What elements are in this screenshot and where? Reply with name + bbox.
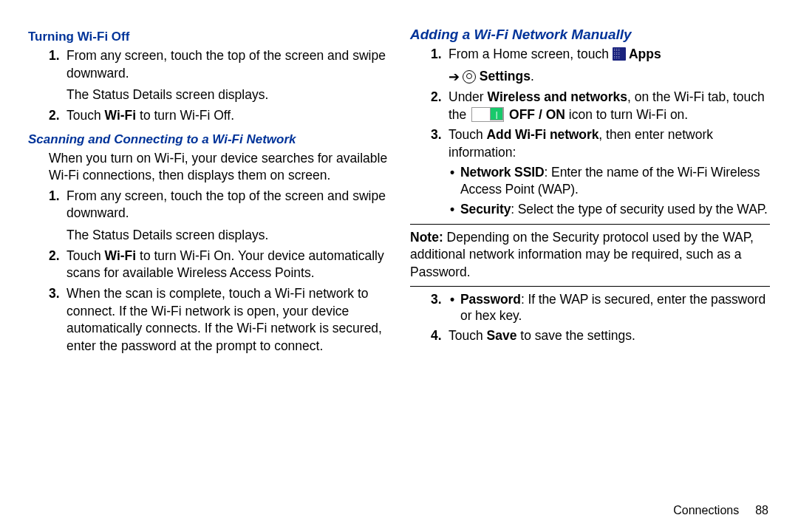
off-on-label: OFF / ON [505, 107, 565, 122]
wifi-label: Wi-Fi [105, 248, 137, 263]
ssid-label: Network SSID [460, 165, 545, 180]
list-item: Touch Save to save the settings. [449, 327, 770, 345]
list-item: From any screen, touch the top of the sc… [66, 188, 388, 245]
save-label: Save [487, 328, 517, 343]
apps-label: Apps [626, 47, 661, 61]
period: . [531, 69, 534, 83]
step-text: icon to turn Wi-Fi on. [565, 107, 688, 122]
steps-turning-off: From any screen, touch the top of the sc… [28, 47, 388, 125]
password-label: Password [460, 292, 521, 307]
note-label: Note: [410, 230, 443, 245]
step-text: From any screen, touch the top of the sc… [66, 48, 386, 81]
step-subline: ➔ Settings. [449, 68, 770, 86]
arrow-icon: ➔ [449, 68, 460, 86]
note-text: Depending on the Security protocol used … [410, 230, 754, 279]
page-columns: Turning Wi-Fi Off From any screen, touch… [28, 27, 770, 501]
list-item: When the scan is complete, touch a Wi-Fi… [66, 285, 388, 355]
step-text: Under [449, 89, 488, 104]
step-text: to save the settings. [516, 328, 635, 343]
toggle-icon [471, 107, 504, 122]
step-subtext: The Status Details screen displays. [66, 227, 388, 245]
list-item: From a Home screen, touch Apps ➔ Setting… [449, 46, 770, 86]
left-column: Turning Wi-Fi Off From any screen, touch… [28, 27, 388, 501]
steps-adding-4: Touch Save to save the settings. [410, 327, 770, 345]
settings-label: Settings [476, 69, 531, 83]
bullet-text: : Select the type of security used by th… [511, 202, 768, 216]
list-item: From any screen, touch the top of the sc… [66, 47, 388, 104]
add-wifi-label: Add Wi-Fi network [487, 127, 599, 142]
heading-adding-manually: Adding a Wi-Fi Network Manually [410, 27, 770, 43]
right-column: Adding a Wi-Fi Network Manually From a H… [410, 27, 770, 501]
step-text: Touch [449, 328, 487, 343]
heading-turning-wifi-off: Turning Wi-Fi Off [28, 30, 388, 44]
list-item-continuation: Password: If the WAP is secured, enter t… [449, 291, 770, 325]
step-text: Touch [449, 127, 487, 142]
step-text: From a Home screen, touch [449, 47, 613, 61]
steps-adding-cont: Password: If the WAP is secured, enter t… [410, 291, 770, 325]
bullet-list: Password: If the WAP is secured, enter t… [449, 291, 770, 325]
list-item: Network SSID: Enter the name of the Wi-F… [460, 164, 770, 198]
apps-icon [613, 47, 626, 61]
list-item: Touch Wi-Fi to turn Wi-Fi On. Your devic… [66, 248, 388, 282]
intro-paragraph: When you turn on Wi-Fi, your device sear… [49, 150, 388, 185]
note-block: Note: Depending on the Security protocol… [410, 224, 770, 287]
step-text: From any screen, touch the top of the sc… [66, 188, 386, 221]
heading-scanning: Scanning and Connecting to a Wi-Fi Netwo… [28, 132, 388, 147]
bullet-list: Network SSID: Enter the name of the Wi-F… [449, 164, 770, 217]
steps-adding: From a Home screen, touch Apps ➔ Setting… [410, 46, 770, 218]
list-item: Touch Wi-Fi to turn Wi-Fi Off. [66, 107, 388, 125]
security-label: Security [460, 202, 511, 216]
footer-page-number: 88 [755, 504, 768, 516]
step-text: Touch [66, 108, 105, 123]
step-text: to turn Wi-Fi Off. [136, 108, 234, 123]
list-item: Touch Add Wi-Fi network, then enter netw… [449, 126, 770, 218]
settings-icon [463, 70, 476, 83]
wireless-label: Wireless and networks [488, 89, 628, 104]
list-item: Under Wireless and networks, on the Wi-F… [449, 89, 770, 123]
wifi-label: Wi-Fi [105, 108, 137, 123]
list-item: Password: If the WAP is secured, enter t… [460, 291, 770, 325]
list-item: Security: Select the type of security us… [460, 201, 770, 218]
page-footer: Connections88 [28, 501, 770, 517]
steps-scanning: From any screen, touch the top of the sc… [28, 188, 388, 355]
step-text: When the scan is complete, touch a Wi-Fi… [66, 286, 382, 353]
footer-section: Connections [673, 504, 739, 516]
step-subtext: The Status Details screen displays. [66, 86, 388, 104]
step-text: Touch [66, 248, 105, 263]
